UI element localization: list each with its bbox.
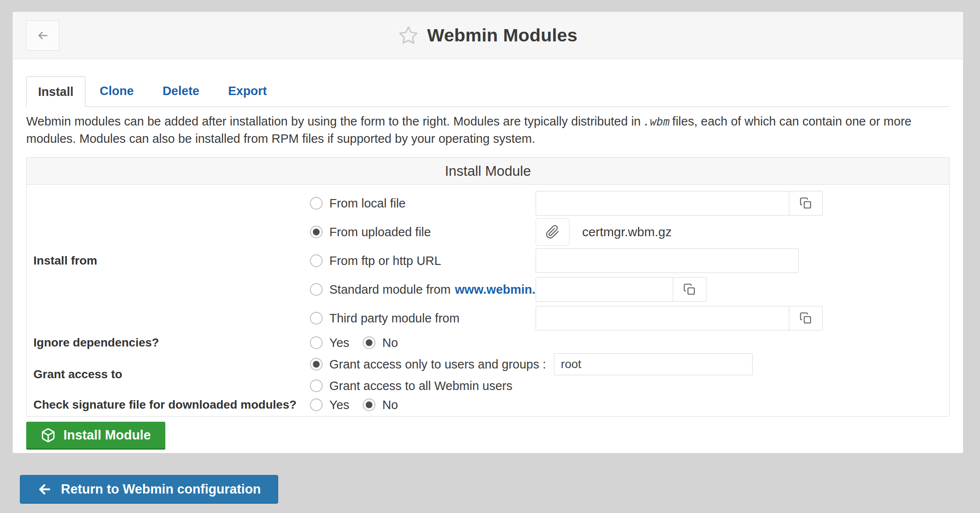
install-from-label: Install from bbox=[30, 189, 310, 333]
tab-export[interactable]: Export bbox=[214, 76, 281, 106]
back-button[interactable] bbox=[26, 20, 59, 51]
third-party-input[interactable] bbox=[536, 306, 789, 330]
radio-third-party[interactable]: Third party module from bbox=[310, 311, 536, 325]
content-card: Webmin Modules Install Clone Delete Expo… bbox=[13, 12, 963, 453]
ignore-yes-option[interactable]: Yes bbox=[310, 336, 355, 350]
radio-from-uploaded-file[interactable]: From uploaded file bbox=[310, 225, 536, 239]
radio-button[interactable] bbox=[310, 312, 323, 325]
intro-text: Webmin modules can be added after instal… bbox=[26, 113, 950, 147]
tab-delete[interactable]: Delete bbox=[148, 76, 214, 106]
option-from-url: From ftp or http URL bbox=[310, 246, 945, 275]
package-icon bbox=[41, 428, 56, 443]
uploaded-file-name: certmgr.wbm.gz bbox=[582, 225, 672, 239]
option-label: No bbox=[382, 336, 398, 350]
signature-no-option[interactable]: No bbox=[363, 398, 398, 412]
intro-text-before: Webmin modules can be added after instal… bbox=[26, 115, 641, 128]
page-title: Webmin Modules bbox=[427, 25, 578, 46]
return-button-label: Return to Webmin configuration bbox=[61, 482, 261, 497]
page: Webmin Modules Install Clone Delete Expo… bbox=[0, 0, 980, 513]
option-label: Yes bbox=[329, 398, 349, 412]
option-from-uploaded-file: From uploaded file certmgr.wbm.gz bbox=[310, 218, 945, 246]
radio-button[interactable] bbox=[310, 197, 323, 210]
standard-module-input[interactable] bbox=[536, 277, 673, 302]
install-from-controls: From local file From uploaded file bbox=[310, 189, 945, 333]
title-wrap: Webmin Modules bbox=[13, 12, 963, 59]
third-party-browse-button[interactable] bbox=[789, 306, 823, 330]
radio-button[interactable] bbox=[310, 358, 323, 371]
option-third-party: Third party module from bbox=[310, 304, 945, 333]
check-signature-label: Check signature file for downloaded modu… bbox=[30, 396, 310, 414]
install-module-panel: Install Module Install from From local f… bbox=[26, 157, 950, 417]
tab-bar: Install Clone Delete Export bbox=[26, 76, 950, 107]
option-label: Grant access only to users and groups : bbox=[329, 357, 546, 371]
radio-button[interactable] bbox=[310, 336, 323, 349]
standard-module-browse-button[interactable] bbox=[673, 277, 706, 302]
page-header: Webmin Modules bbox=[13, 12, 963, 59]
option-standard-module: Standard module from www.webmin.com bbox=[310, 275, 945, 304]
ignore-dependencies-label: Ignore dependencies? bbox=[30, 333, 310, 353]
radio-button[interactable] bbox=[363, 336, 375, 349]
radio-button[interactable] bbox=[310, 226, 323, 238]
tab-install[interactable]: Install bbox=[26, 76, 85, 107]
radio-button[interactable] bbox=[310, 283, 323, 296]
option-label: Grant access to all Webmin users bbox=[329, 379, 512, 393]
option-label: Standard module from bbox=[329, 283, 451, 297]
check-signature-row: Check signature file for downloaded modu… bbox=[30, 396, 945, 414]
radio-standard-module[interactable]: Standard module from www.webmin.com bbox=[310, 283, 536, 297]
grant-access-label: Grant access to bbox=[30, 353, 310, 396]
wbm-extension-code: .wbm bbox=[641, 115, 672, 128]
local-file-input[interactable] bbox=[536, 191, 789, 216]
grant-access-row: Grant access to Grant access only to use… bbox=[30, 353, 945, 396]
file-browser-icon bbox=[799, 312, 812, 325]
option-label: No bbox=[382, 398, 398, 412]
grant-users-groups-option-row: Grant access only to users and groups : bbox=[310, 353, 945, 376]
radio-button[interactable] bbox=[310, 398, 323, 411]
install-module-button[interactable]: Install Module bbox=[26, 422, 165, 450]
panel-title: Install Module bbox=[445, 163, 531, 179]
option-label: From local file bbox=[329, 196, 406, 210]
radio-button[interactable] bbox=[310, 254, 323, 267]
option-label: Yes bbox=[329, 336, 349, 350]
grant-all-users-option[interactable]: Grant access to all Webmin users bbox=[310, 379, 512, 393]
grant-all-users-option-row: Grant access to all Webmin users bbox=[310, 376, 945, 396]
left-arrow-icon bbox=[37, 482, 52, 497]
local-file-browse-button[interactable] bbox=[789, 191, 823, 216]
file-browser-icon bbox=[799, 197, 812, 210]
install-module-button-label: Install Module bbox=[63, 428, 151, 443]
radio-from-url[interactable]: From ftp or http URL bbox=[310, 254, 536, 268]
favorite-star-icon[interactable] bbox=[398, 25, 419, 46]
paperclip-icon bbox=[545, 225, 560, 239]
panel-body: Install from From local file bbox=[27, 185, 949, 416]
option-from-local-file: From local file bbox=[310, 189, 945, 218]
install-from-row: Install from From local file bbox=[30, 189, 945, 333]
radio-from-local-file[interactable]: From local file bbox=[310, 196, 536, 210]
option-label: Third party module from bbox=[329, 311, 460, 325]
users-groups-input[interactable] bbox=[554, 353, 753, 375]
ignore-dependencies-row: Ignore dependencies? Yes No bbox=[30, 333, 945, 353]
back-arrow-icon bbox=[36, 29, 49, 42]
tab-clone[interactable]: Clone bbox=[85, 76, 148, 106]
option-label: From ftp or http URL bbox=[329, 254, 441, 268]
option-label: From uploaded file bbox=[329, 225, 431, 239]
ftp-http-url-input[interactable] bbox=[536, 248, 799, 273]
ignore-no-option[interactable]: No bbox=[363, 336, 398, 350]
file-browser-icon bbox=[683, 283, 696, 296]
grant-users-groups-option[interactable]: Grant access only to users and groups : bbox=[310, 357, 546, 371]
return-to-webmin-config-button[interactable]: Return to Webmin configuration bbox=[20, 475, 278, 504]
signature-yes-option[interactable]: Yes bbox=[310, 398, 355, 412]
panel-header: Install Module bbox=[27, 158, 949, 185]
radio-button[interactable] bbox=[310, 379, 323, 392]
radio-button[interactable] bbox=[363, 398, 375, 411]
upload-file-button[interactable] bbox=[536, 218, 569, 246]
